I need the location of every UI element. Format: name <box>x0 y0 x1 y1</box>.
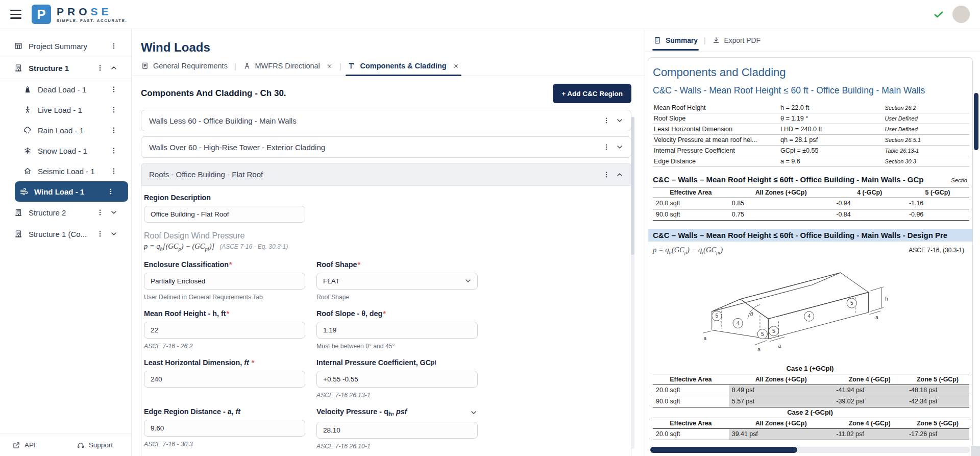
sidebar-item-structure-1-copy[interactable]: Structure 1 (Co... <box>0 223 131 245</box>
sidebar-item-structure-1[interactable]: Structure 1 <box>0 57 131 79</box>
tab-mwfrs-directional[interactable]: MWFRS Directional <box>243 62 333 71</box>
svg-text:4: 4 <box>807 314 811 319</box>
roof-shape-select[interactable]: FLAT <box>316 273 478 290</box>
kebab-menu-icon[interactable] <box>110 126 118 135</box>
roof-region-form: Region Description Roof Design Wind Pres… <box>141 186 631 456</box>
velocity-pressure-helper: ASCE 7-16 26.10-1 <box>316 443 478 450</box>
sidebar-item-project-summary[interactable]: Project Summary <box>0 35 131 57</box>
support-link[interactable]: Support <box>77 441 113 449</box>
table-row: 90.0 sqft5.57 psf-39.02 psf-42.34 psf <box>653 396 969 407</box>
kebab-menu-icon[interactable] <box>602 142 610 152</box>
sidebar-item-live-load[interactable]: Live Load - 1 <box>0 100 131 120</box>
kebab-menu-icon[interactable] <box>96 229 104 238</box>
sidebar-item-snow-load[interactable]: Snow Load - 1 <box>0 140 131 161</box>
sidebar-item-seismic-load[interactable]: Seismic Load - 1 <box>0 161 131 181</box>
kebab-menu-icon[interactable] <box>107 187 115 196</box>
pressure-formula: p = qh[(GCp) − (GCpi)] (ASCE 7-16 - Eq. … <box>144 242 626 252</box>
pressure-section-heading: Roof Design Wind Pressure <box>144 231 626 241</box>
mean-roof-height-input[interactable] <box>144 322 305 339</box>
tab-separator: | <box>339 62 341 70</box>
sidebar-item-wind-load[interactable]: Wind Load - 1 <box>15 181 128 202</box>
roof-slope-label: Roof Slope - θ, deg* <box>316 309 478 318</box>
api-link[interactable]: API <box>12 441 36 449</box>
tab-general-requirements[interactable]: General Requirements <box>141 62 228 71</box>
close-icon[interactable] <box>326 63 333 69</box>
svg-text:5: 5 <box>761 331 764 337</box>
kebab-menu-icon[interactable] <box>96 63 104 73</box>
hamburger-menu-icon[interactable] <box>9 9 22 19</box>
sidebar-item-structure-2[interactable]: Structure 2 <box>0 202 131 223</box>
main-scrollbar[interactable] <box>631 117 634 449</box>
gcp-section-reference: Sectio <box>951 177 967 183</box>
mean-roof-height-helper: ASCE 7-16 - 26.2 <box>144 343 305 350</box>
app-logo: P PROSE SIMPLE. FAST. ACCURATE. <box>32 5 127 24</box>
snowflake-icon <box>23 146 32 155</box>
table-row: Roof Slopeθ = 1.19 °User Defined <box>653 113 969 124</box>
svg-text:5: 5 <box>772 328 775 334</box>
headset-icon <box>77 441 85 449</box>
summary-vertical-scrollbar[interactable] <box>974 93 978 150</box>
summary-horizontal-scrollbar[interactable] <box>650 447 970 453</box>
scrollbar-corner <box>971 446 980 456</box>
kebab-menu-icon[interactable] <box>110 105 118 114</box>
chevron-down-icon[interactable] <box>616 116 624 125</box>
kebab-menu-icon[interactable] <box>96 208 104 217</box>
summary-horizontal-scrollbar-thumb[interactable] <box>650 447 797 453</box>
case-1-pressure-table: Effective Area All Zones (+GCp) Zone 4 (… <box>653 374 969 407</box>
chevron-down-icon[interactable] <box>110 208 118 217</box>
close-icon[interactable] <box>453 63 459 69</box>
region-description-input[interactable] <box>144 206 305 223</box>
edge-region-distance-input[interactable] <box>144 420 305 437</box>
main-scrollbar-thumb[interactable] <box>631 117 634 255</box>
summary-panel-tabs: Summary | Export PDF <box>645 29 980 52</box>
sidebar-item-dead-load[interactable]: Dead Load - 1 <box>0 79 131 100</box>
velocity-pressure-label: Velocity Pressure - qh,psf <box>316 407 478 418</box>
internal-pressure-coefficient-input[interactable] <box>316 371 478 388</box>
document-icon <box>653 36 662 44</box>
chevron-down-icon[interactable] <box>110 230 118 238</box>
table-row: 20.0 sqft39.41 psf-11.02 psf-17.26 psf <box>653 428 969 440</box>
tab-separator: | <box>234 62 236 70</box>
export-pdf-button[interactable]: Export PDF <box>712 36 761 44</box>
document-icon <box>141 62 149 70</box>
kebab-menu-icon[interactable] <box>110 85 118 94</box>
table-row: Internal Pressure CoefficientGCpi = ±0.5… <box>653 145 969 156</box>
least-horizontal-dimension-input[interactable] <box>144 371 305 388</box>
chevron-down-icon[interactable] <box>616 143 624 151</box>
building-icon <box>14 208 23 217</box>
sidebar-item-rain-load[interactable]: Rain Load - 1 <box>0 120 131 140</box>
brand-tagline: SIMPLE. FAST. ACCURATE. <box>57 18 127 23</box>
kebab-menu-icon[interactable] <box>110 146 118 155</box>
table-row: Edge Distancea = 9.6Section 30.3 <box>653 156 969 166</box>
design-formula-reference: ASCE 7-16, (30.3-1) <box>909 247 964 254</box>
enclosure-classification-input[interactable] <box>144 273 305 290</box>
kebab-menu-icon[interactable] <box>602 116 610 125</box>
wind-icon <box>19 187 29 196</box>
top-header: P PROSE SIMPLE. FAST. ACCURATE. <box>0 0 980 29</box>
velocity-pressure-input[interactable] <box>316 422 478 439</box>
kebab-menu-icon[interactable] <box>110 166 118 176</box>
sidebar-footer: API Support <box>0 434 131 456</box>
chevron-up-icon[interactable] <box>110 64 118 72</box>
chevron-up-icon[interactable] <box>616 171 624 179</box>
cladding-icon <box>348 62 356 70</box>
svg-text:a: a <box>703 335 706 341</box>
svg-text:θ: θ <box>750 311 753 317</box>
tab-summary[interactable]: Summary <box>653 36 698 44</box>
kebab-menu-icon[interactable] <box>110 41 118 51</box>
add-cc-region-button[interactable]: + Add C&C Region <box>553 84 631 103</box>
parameters-table: Mean Roof Heighth = 22.0 ftSection 26.2 … <box>653 102 969 167</box>
kebab-menu-icon[interactable] <box>602 170 610 179</box>
accordion-walls-less-60[interactable]: Walls Less 60 - Office Building - Main W… <box>141 110 631 131</box>
svg-text:h: h <box>885 296 888 301</box>
chevron-down-icon[interactable] <box>470 409 478 417</box>
avatar[interactable] <box>952 6 970 23</box>
sidebar: Project Summary Structure 1 Dead Load - … <box>0 29 132 456</box>
roof-slope-input[interactable] <box>316 322 478 339</box>
accordion-roofs[interactable]: Roofs - Office Building - Flat Roof <box>141 163 631 186</box>
tab-components-cladding[interactable]: Components & Cladding <box>348 62 459 71</box>
logo-mark: P <box>32 5 51 24</box>
download-icon <box>712 36 720 44</box>
building-icon <box>14 229 23 238</box>
accordion-walls-over-60[interactable]: Walls Over 60 - High-Rise Tower - Exteri… <box>141 136 631 158</box>
